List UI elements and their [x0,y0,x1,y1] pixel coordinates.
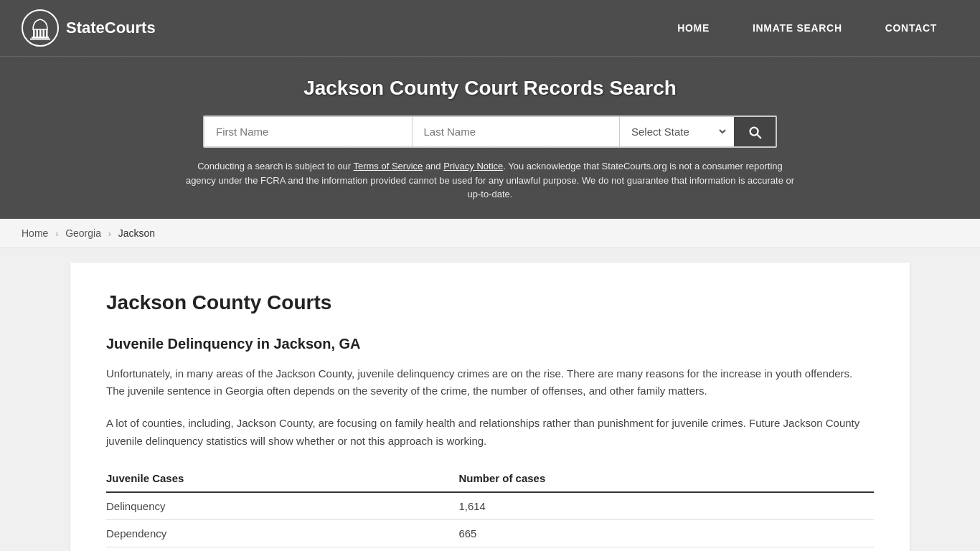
last-name-input[interactable] [412,117,620,146]
disclaimer-and: and [423,161,443,171]
breadcrumb-state[interactable]: Georgia [65,227,101,239]
case-count: 1,614 [444,492,874,520]
svg-rect-4 [43,29,45,37]
breadcrumb-current: Jackson [118,227,155,239]
nav-links: HOME INMATE SEARCH CONTACT [656,2,958,54]
svg-rect-3 [39,29,42,37]
hero-title: Jackson County Court Records Search [14,77,966,100]
paragraph-2: A lot of counties, including, Jackson Co… [106,415,874,451]
main-wrapper: Jackson County Courts Juvenile Delinquen… [0,248,980,552]
content-card: Jackson County Courts Juvenile Delinquen… [70,263,910,552]
nav-inmate-search[interactable]: INMATE SEARCH [731,2,864,54]
case-type: Delinquency [106,492,444,520]
case-count: 665 [444,519,874,547]
nav-home[interactable]: HOME [656,2,731,54]
breadcrumb-home[interactable]: Home [22,227,48,239]
svg-rect-2 [37,29,39,37]
case-type: Dependency [106,519,444,547]
svg-rect-1 [33,29,35,37]
breadcrumb: Home › Georgia › Jackson [0,219,980,248]
svg-rect-5 [46,29,48,37]
navbar: StateCourts HOME INMATE SEARCH CONTACT [0,0,980,57]
table-header-row: Juvenile Cases Number of cases [106,465,874,492]
search-bar: Select State AlabamaAlaskaArizona Arkans… [14,116,966,148]
hero-section: Jackson County Court Records Search Sele… [0,57,980,219]
paragraph-1: Unfortunately, in many areas of the Jack… [106,365,874,401]
table-row: Delinquency 1,614 [106,492,874,520]
breadcrumb-sep-2: › [108,229,111,239]
tos-link[interactable]: Terms of Service [353,161,423,171]
svg-point-0 [22,10,58,46]
svg-rect-6 [32,37,49,39]
first-name-input[interactable] [204,117,412,146]
svg-rect-7 [30,39,50,40]
juvenile-cases-table: Juvenile Cases Number of cases Delinquen… [106,465,874,547]
search-button[interactable] [734,117,776,146]
logo-text: StateCourts [66,19,156,37]
search-icon [747,124,763,140]
state-select[interactable]: Select State AlabamaAlaskaArizona Arkans… [628,125,728,138]
logo-icon [22,9,59,47]
search-bar-inner: Select State AlabamaAlaskaArizona Arkans… [203,116,777,148]
col1-header: Juvenile Cases [106,465,444,492]
state-select-wrap: Select State AlabamaAlaskaArizona Arkans… [619,117,734,146]
section-title: Juvenile Delinquency in Jackson, GA [106,336,874,352]
table-row: Dependency 665 [106,519,874,547]
disclaimer-text: Conducting a search is subject to our Te… [167,159,813,202]
nav-contact[interactable]: CONTACT [864,2,958,54]
header: StateCourts HOME INMATE SEARCH CONTACT J… [0,0,980,219]
breadcrumb-sep-1: › [55,229,58,239]
col2-header: Number of cases [444,465,874,492]
privacy-link[interactable]: Privacy Notice [443,161,503,171]
disclaimer-prefix: Conducting a search is subject to our [197,161,353,171]
logo-link[interactable]: StateCourts [22,9,156,47]
page-title: Jackson County Courts [106,291,874,314]
